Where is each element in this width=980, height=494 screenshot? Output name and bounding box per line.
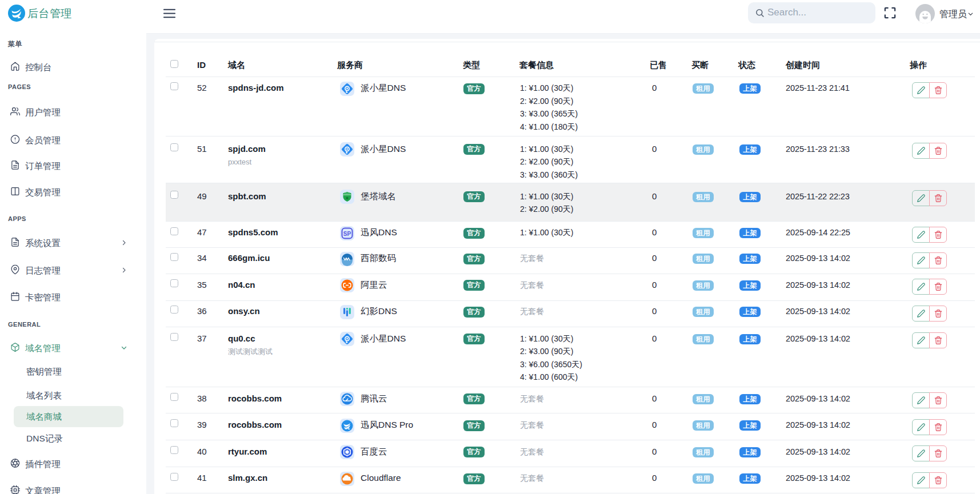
svg-text:SP: SP	[343, 230, 351, 236]
